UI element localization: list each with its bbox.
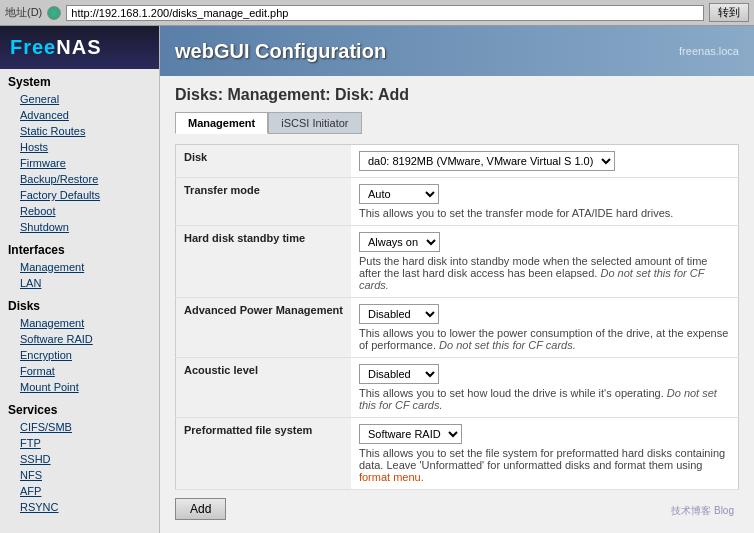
logo: FreeNAS — [10, 36, 149, 59]
header: webGUI Configuration freenas.loca — [160, 26, 754, 76]
sidebar-item-management[interactable]: Management — [0, 315, 159, 331]
form-table: Diskda0: 8192MB (VMware, VMware Virtual … — [175, 144, 739, 490]
form-value-5: Software RAIDThis allows you to set the … — [351, 418, 739, 490]
watermark-area: Add 技术博客 Blog — [175, 490, 739, 520]
sidebar-item-advanced[interactable]: Advanced — [0, 107, 159, 123]
sidebar: FreeNAS SystemGeneralAdvancedStatic Rout… — [0, 26, 160, 533]
sidebar-item-reboot[interactable]: Reboot — [0, 203, 159, 219]
form-label-3: Advanced Power Management — [176, 298, 351, 358]
sidebar-item-format[interactable]: Format — [0, 363, 159, 379]
form-value-2: Always onPuts the hard disk into standby… — [351, 226, 739, 298]
sidebar-item-ftp[interactable]: FTP — [0, 435, 159, 451]
form-desc-2: Puts the hard disk into standby mode whe… — [359, 255, 730, 291]
sidebar-section-title: System — [0, 71, 159, 91]
tab-iscsi-initiator[interactable]: iSCSI Initiator — [268, 112, 361, 134]
form-label-4: Acoustic level — [176, 358, 351, 418]
sidebar-item-backup-restore[interactable]: Backup/Restore — [0, 171, 159, 187]
tabs: ManagementiSCSI Initiator — [175, 112, 739, 134]
form-row-2: Hard disk standby timeAlways onPuts the … — [176, 226, 739, 298]
sidebar-section-services: ServicesCIFS/SMBFTPSSHDNFSAFPRSYNC — [0, 397, 159, 517]
form-value-3: DisabledThis allows you to lower the pow… — [351, 298, 739, 358]
form-label-2: Hard disk standby time — [176, 226, 351, 298]
app-container: FreeNAS SystemGeneralAdvancedStatic Rout… — [0, 26, 754, 533]
sidebar-item-lan[interactable]: LAN — [0, 275, 159, 291]
form-row-5: Preformatted file systemSoftware RAIDThi… — [176, 418, 739, 490]
sidebar-item-cifs-smb[interactable]: CIFS/SMB — [0, 419, 159, 435]
header-title: webGUI Configuration — [175, 40, 386, 63]
watermark-text: 技术博客 Blog — [671, 504, 734, 518]
main-area: webGUI Configuration freenas.loca Disks:… — [160, 26, 754, 533]
form-label-5: Preformatted file system — [176, 418, 351, 490]
sidebar-section-title: Services — [0, 399, 159, 419]
sidebar-item-shutdown[interactable]: Shutdown — [0, 219, 159, 235]
sidebar-item-static-routes[interactable]: Static Routes — [0, 123, 159, 139]
logo-area: FreeNAS — [0, 26, 159, 69]
sidebar-item-firmware[interactable]: Firmware — [0, 155, 159, 171]
sidebar-item-software-raid[interactable]: Software RAID — [0, 331, 159, 347]
sidebar-item-factory-defaults[interactable]: Factory Defaults — [0, 187, 159, 203]
form-row-0: Diskda0: 8192MB (VMware, VMware Virtual … — [176, 145, 739, 178]
browser-bar: 地址(D) 转到 — [0, 0, 754, 26]
form-value-1: AutoThis allows you to set the transfer … — [351, 178, 739, 226]
form-select-2[interactable]: Always on — [359, 232, 440, 252]
add-button[interactable]: Add — [175, 498, 226, 520]
sidebar-item-rsync[interactable]: RSYNC — [0, 499, 159, 515]
header-hostname: freenas.loca — [679, 45, 739, 57]
form-select-5[interactable]: Software RAID — [359, 424, 462, 444]
form-value-4: DisabledThis allows you to set how loud … — [351, 358, 739, 418]
sidebar-item-hosts[interactable]: Hosts — [0, 139, 159, 155]
sidebar-item-sshd[interactable]: SSHD — [0, 451, 159, 467]
form-row-4: Acoustic levelDisabledThis allows you to… — [176, 358, 739, 418]
sidebar-item-general[interactable]: General — [0, 91, 159, 107]
sidebar-item-management[interactable]: Management — [0, 259, 159, 275]
sidebar-section-disks: DisksManagementSoftware RAIDEncryptionFo… — [0, 293, 159, 397]
sidebar-section-title: Disks — [0, 295, 159, 315]
form-select-0[interactable]: da0: 8192MB (VMware, VMware Virtual S 1.… — [359, 151, 615, 171]
form-desc-4: This allows you to set how loud the driv… — [359, 387, 730, 411]
goto-button[interactable]: 转到 — [709, 3, 749, 22]
sidebar-item-nfs[interactable]: NFS — [0, 467, 159, 483]
sidebar-section-title: Interfaces — [0, 239, 159, 259]
form-row-3: Advanced Power ManagementDisabledThis al… — [176, 298, 739, 358]
form-desc-3: This allows you to lower the power consu… — [359, 327, 730, 351]
form-label-0: Disk — [176, 145, 351, 178]
sidebar-item-afp[interactable]: AFP — [0, 483, 159, 499]
form-label-1: Transfer mode — [176, 178, 351, 226]
sidebar-item-encryption[interactable]: Encryption — [0, 347, 159, 363]
url-box[interactable] — [66, 5, 704, 21]
page-title: Disks: Management: Disk: Add — [175, 86, 739, 104]
form-select-4[interactable]: Disabled — [359, 364, 439, 384]
form-select-1[interactable]: Auto — [359, 184, 439, 204]
form-value-0: da0: 8192MB (VMware, VMware Virtual S 1.… — [351, 145, 739, 178]
globe-icon — [47, 6, 61, 20]
form-desc-link-5[interactable]: format menu. — [359, 471, 424, 483]
form-desc-5: This allows you to set the file system f… — [359, 447, 730, 483]
tab-management[interactable]: Management — [175, 112, 268, 134]
form-select-3[interactable]: Disabled — [359, 304, 439, 324]
form-desc-1: This allows you to set the transfer mode… — [359, 207, 730, 219]
sidebar-section-system: SystemGeneralAdvancedStatic RoutesHostsF… — [0, 69, 159, 237]
url-input[interactable] — [71, 7, 699, 19]
sidebar-item-mount-point[interactable]: Mount Point — [0, 379, 159, 395]
form-row-1: Transfer modeAutoThis allows you to set … — [176, 178, 739, 226]
content-area: Disks: Management: Disk: Add Managementi… — [160, 76, 754, 533]
address-label: 地址(D) — [5, 5, 42, 20]
sidebar-section-interfaces: InterfacesManagementLAN — [0, 237, 159, 293]
